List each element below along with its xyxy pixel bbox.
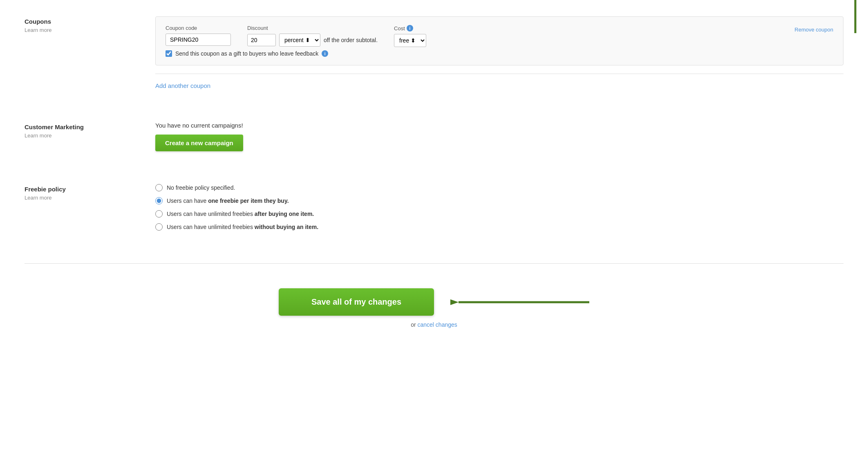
cancel-prefix: or: [411, 321, 417, 328]
freebie-option-unlimited-after-label: Users can have unlimited freebies after …: [167, 211, 314, 217]
discount-type-select[interactable]: percent ⬍ fixed: [279, 34, 320, 47]
freebie-option-none: No freebie policy specified.: [155, 184, 843, 191]
customer-marketing-title: Customer Marketing: [25, 123, 155, 130]
arrow-up-icon: [843, 0, 868, 33]
freebie-policy-learn-more[interactable]: Learn more: [25, 195, 51, 201]
freebie-policy-title: Freebie policy: [25, 186, 155, 193]
save-section: Save all of my changes or cancel changes: [25, 280, 843, 344]
checkbox-info-icon[interactable]: i: [322, 50, 328, 57]
freebie-option-unlimited-after: Users can have unlimited freebies after …: [155, 210, 843, 218]
freebie-radio-none[interactable]: [155, 184, 163, 191]
arrow-left-icon: [450, 292, 589, 312]
coupon-code-input[interactable]: [166, 34, 231, 46]
create-campaign-button[interactable]: Create a new campaign: [155, 135, 243, 151]
cost-label: Cost: [394, 25, 405, 31]
freebie-radio-unlimited-after[interactable]: [155, 210, 163, 218]
coupons-learn-more[interactable]: Learn more: [25, 27, 51, 33]
add-coupon-link[interactable]: Add another coupon: [155, 82, 210, 89]
cost-select[interactable]: free ⬍ paid: [394, 34, 426, 47]
discount-input[interactable]: [247, 34, 276, 46]
coupons-section-title: Coupons: [25, 18, 155, 25]
gift-checkbox[interactable]: [166, 50, 172, 57]
cost-info-icon[interactable]: i: [407, 25, 413, 31]
freebie-radio-one[interactable]: [155, 197, 163, 204]
remove-coupon-link[interactable]: Remove coupon: [794, 25, 833, 33]
cancel-link[interactable]: cancel changes: [418, 321, 457, 328]
freebie-radio-unlimited-without[interactable]: [155, 223, 163, 231]
freebie-option-none-label: No freebie policy specified.: [167, 184, 235, 191]
freebie-option-unlimited-without: Users can have unlimited freebies withou…: [155, 223, 843, 231]
coupon-code-label: Coupon code: [166, 25, 231, 31]
save-button[interactable]: Save all of my changes: [279, 288, 434, 316]
no-campaigns-text: You have no current campaigns!: [155, 122, 843, 129]
freebie-option-one: Users can have one freebie per item they…: [155, 197, 843, 204]
gift-checkbox-label: Send this coupon as a gift to buyers who…: [175, 50, 318, 57]
customer-marketing-learn-more[interactable]: Learn more: [25, 132, 51, 139]
off-text: off the order subtotal.: [324, 37, 378, 43]
freebie-option-one-label: Users can have one freebie per item they…: [167, 198, 289, 204]
discount-label: Discount: [247, 25, 378, 31]
freebie-radio-group: No freebie policy specified. Users can h…: [155, 184, 843, 231]
cancel-row: or cancel changes: [411, 321, 457, 328]
freebie-option-unlimited-without-label: Users can have unlimited freebies withou…: [167, 224, 318, 230]
